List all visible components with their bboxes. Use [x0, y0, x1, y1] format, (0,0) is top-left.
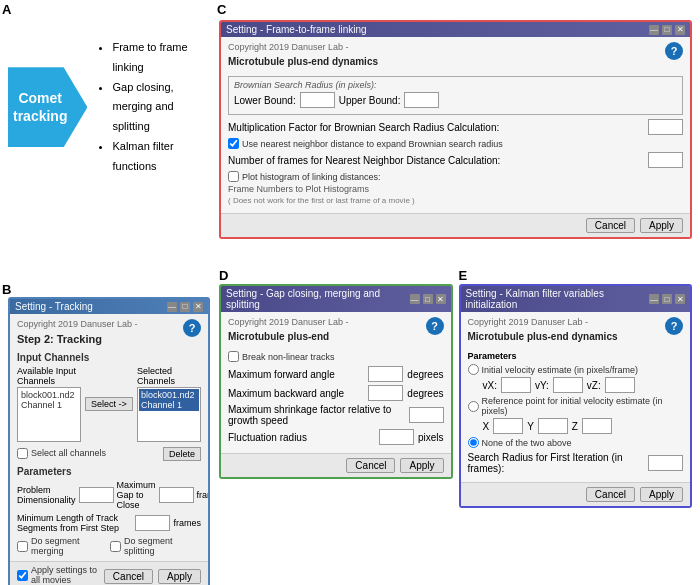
- y-input[interactable]: [538, 418, 568, 434]
- c-minimize-btn[interactable]: —: [649, 25, 659, 35]
- c-body: Copyright 2019 Danuser Lab - Microtubule…: [221, 37, 690, 213]
- vz-input[interactable]: [605, 377, 635, 393]
- d-minimize-btn[interactable]: —: [410, 294, 420, 304]
- max-gap-unit: frames: [197, 490, 208, 500]
- vy-input[interactable]: [553, 377, 583, 393]
- refpoint-label: Reference point for initial velocity est…: [482, 396, 684, 416]
- maximize-btn[interactable]: □: [180, 302, 190, 312]
- x-input[interactable]: [493, 418, 523, 434]
- dim-input[interactable]: 2: [79, 487, 114, 503]
- segment-merging-checkbox[interactable]: [17, 541, 28, 552]
- select-all-checkbox[interactable]: [17, 448, 28, 459]
- apply-all-checkbox[interactable]: [17, 570, 28, 581]
- d-cancel-btn[interactable]: Cancel: [346, 458, 395, 473]
- c-help-btn[interactable]: ?: [665, 42, 683, 60]
- min-length-label: Minimum Length of Track Segments from Fi…: [17, 513, 132, 533]
- search-radius-input[interactable]: 20: [648, 455, 683, 471]
- lower-input[interactable]: 1: [300, 92, 335, 108]
- max-backward-input[interactable]: [368, 385, 403, 401]
- fluct-row: Fluctuation radius 1 pixels: [228, 429, 444, 445]
- max-gap-input[interactable]: 5: [159, 487, 194, 503]
- init-velocity-radio[interactable]: [468, 364, 479, 375]
- search-radius-label: Search Radius for First Iteration (in fr…: [468, 452, 645, 474]
- tracking-title: Setting - Tracking: [15, 301, 93, 312]
- c-cancel-btn[interactable]: Cancel: [586, 218, 635, 233]
- y-label: Y: [527, 421, 534, 432]
- d-section-title: Microtubule plus-end: [228, 331, 349, 342]
- mult-row: Multiplication Factor for Brownian Searc…: [228, 119, 683, 135]
- section-e: E Setting - Kalman filter variables init…: [459, 284, 693, 580]
- break-nonlinear-checkbox[interactable]: [228, 351, 239, 362]
- fluct-input[interactable]: 1: [379, 429, 414, 445]
- segment-merging-row: Do segment merging: [17, 536, 108, 556]
- d-copyright: Copyright 2019 Danuser Lab -: [228, 317, 349, 327]
- max-forward-row: Maximum forward angle 20 degrees: [228, 366, 444, 382]
- select-button[interactable]: Select ->: [85, 397, 133, 411]
- mult-input[interactable]: 1: [648, 119, 683, 135]
- e-apply-btn[interactable]: Apply: [640, 487, 683, 502]
- d-maximize-btn[interactable]: □: [423, 294, 433, 304]
- b-cancel-btn[interactable]: Cancel: [104, 569, 153, 584]
- e-close-btn[interactable]: ✕: [675, 294, 685, 304]
- xyz-row: X Y Z: [483, 418, 684, 434]
- e-minimize-btn[interactable]: —: [649, 294, 659, 304]
- e-copyright: Copyright 2019 Danuser Lab -: [468, 317, 618, 327]
- max-shrink-label: Maximum shrinkage factor relative to gro…: [228, 404, 405, 426]
- vz-label: vZ:: [587, 380, 601, 391]
- max-shrink-input[interactable]: 1.5: [409, 407, 444, 423]
- none-row: None of the two above: [468, 437, 684, 448]
- bullet-2: Gap closing, merging and splitting: [112, 78, 207, 137]
- feature-list: Frame to frame linking Gap closing, merg…: [97, 38, 207, 177]
- c-apply-btn[interactable]: Apply: [640, 218, 683, 233]
- d-help-btn[interactable]: ?: [426, 317, 444, 335]
- d-title: Setting - Gap closing, merging and split…: [226, 288, 410, 310]
- upper-input[interactable]: 5: [404, 92, 439, 108]
- vx-label: vX:: [483, 380, 497, 391]
- d-apply-btn[interactable]: Apply: [400, 458, 443, 473]
- c-close-btn[interactable]: ✕: [675, 25, 685, 35]
- e-help-btn[interactable]: ?: [665, 317, 683, 335]
- velocity-xyz-row: vX: vY: vZ:: [483, 377, 684, 393]
- use-nearest-checkbox[interactable]: [228, 138, 239, 149]
- section-d-label: D: [219, 268, 228, 283]
- c-maximize-btn[interactable]: □: [662, 25, 672, 35]
- segment-splitting-label: Do segment splitting: [124, 536, 201, 556]
- b-copyright: Copyright 2019 Danuser Lab -: [17, 319, 138, 329]
- max-forward-input[interactable]: 20: [368, 366, 403, 382]
- use-nearest-row: Use nearest neighbor distance to expand …: [228, 138, 683, 149]
- e-footer: Cancel Apply: [461, 482, 691, 506]
- vx-input[interactable]: [501, 377, 531, 393]
- none-label: None of the two above: [482, 438, 572, 448]
- plot-hist-c-checkbox[interactable]: [228, 171, 239, 182]
- selected-channel-item[interactable]: block001.nd2 Channel 1: [139, 389, 199, 411]
- refpoint-radio[interactable]: [468, 401, 479, 412]
- e-maximize-btn[interactable]: □: [662, 294, 672, 304]
- minimize-btn[interactable]: —: [167, 302, 177, 312]
- tracking-label: tracking: [13, 107, 67, 125]
- delete-button[interactable]: Delete: [163, 447, 201, 461]
- e-cancel-btn[interactable]: Cancel: [586, 487, 635, 502]
- segment-splitting-checkbox[interactable]: [110, 541, 121, 552]
- num-frames-input[interactable]: 8: [648, 152, 683, 168]
- break-nonlinear-row: Break non-linear tracks: [228, 351, 444, 362]
- frames-to-plot-note: ( Does not work for the first or last fr…: [228, 196, 683, 205]
- section-c-label: C: [217, 2, 226, 17]
- available-channel-item[interactable]: block001.nd2 Channel 1: [19, 389, 79, 411]
- selected-channels-label: Selected Channels: [137, 366, 201, 386]
- dim-row: Problem Dimensionality 2: [17, 480, 114, 510]
- help-button[interactable]: ?: [183, 319, 201, 337]
- none-radio[interactable]: [468, 437, 479, 448]
- upper-label: Upper Bound:: [339, 95, 401, 106]
- min-length-input[interactable]: 3: [135, 515, 170, 531]
- d-close-btn[interactable]: ✕: [436, 294, 446, 304]
- section-de: D Setting - Gap closing, merging and spl…: [215, 280, 700, 585]
- lower-label: Lower Bound:: [234, 95, 296, 106]
- apply-all-label: Apply settings to all movies: [31, 565, 104, 585]
- tracking-footer: Apply settings to all movies Cancel Appl…: [10, 561, 208, 585]
- b-apply-btn[interactable]: Apply: [158, 569, 201, 584]
- frames-to-plot-label: Frame Numbers to Plot Histograms: [228, 184, 683, 194]
- dim-label: Problem Dimensionality: [17, 485, 76, 505]
- close-btn[interactable]: ✕: [193, 302, 203, 312]
- z-input[interactable]: [582, 418, 612, 434]
- mult-label: Multiplication Factor for Brownian Searc…: [228, 122, 644, 133]
